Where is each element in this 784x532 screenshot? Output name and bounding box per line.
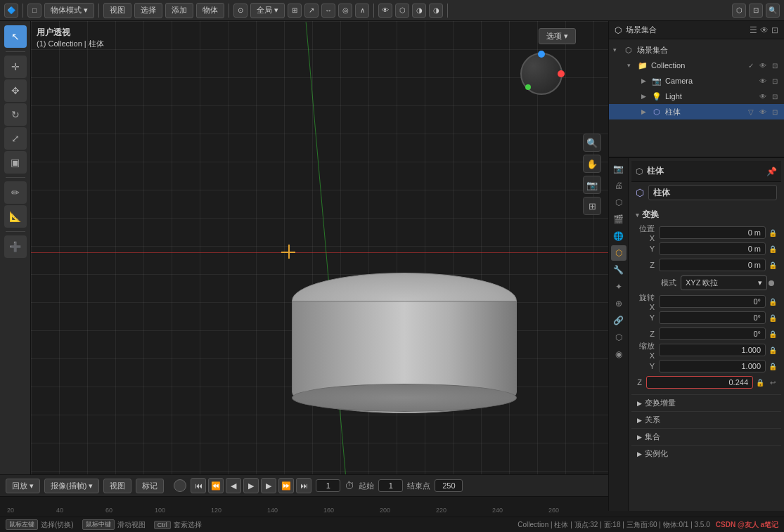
physics-icon[interactable]: ⊕	[611, 296, 626, 311]
output-props-icon[interactable]: 🖨	[611, 178, 626, 193]
next-frame-btn[interactable]: ▶	[261, 478, 276, 493]
rotation-x-field[interactable]	[659, 295, 766, 308]
view-type-btn[interactable]: 全局 ▾	[250, 3, 285, 18]
tree-item-camera[interactable]: ▶ 📷 Camera 👁 ⊡	[609, 73, 784, 89]
blender-logo-icon[interactable]: 🔷	[4, 4, 18, 18]
collection-check-icon[interactable]: ✓	[746, 60, 756, 70]
mode-dropdown[interactable]: XYZ 欧拉 ▾	[681, 275, 767, 290]
add-menu-btn[interactable]: 添加	[165, 3, 193, 18]
world-props-icon[interactable]: 🌐	[611, 228, 626, 244]
cursor-tool-btn[interactable]: ✛	[4, 56, 27, 78]
object-props-icon[interactable]: ⬡	[611, 245, 626, 261]
transform-section-header[interactable]: ▾ 变换	[631, 206, 781, 223]
outliner-view-icon[interactable]: 👁	[760, 25, 769, 35]
tool3-icon[interactable]: ∧	[355, 4, 369, 18]
light-eye-icon[interactable]: 👁	[758, 91, 768, 101]
snap-icon[interactable]: ⊞	[288, 4, 302, 18]
position-y-field[interactable]	[659, 242, 766, 255]
select-tool-btn[interactable]: ↖	[4, 25, 27, 48]
scale-z-lock-icon[interactable]: 🔒	[754, 377, 766, 388]
viewport-shade-icon[interactable]: ◑	[429, 4, 443, 18]
filter-icon[interactable]: ☰	[750, 25, 757, 35]
search-icon[interactable]: 🔍	[766, 4, 780, 18]
cylinder-eye-icon[interactable]: 👁	[758, 107, 768, 117]
current-frame-input[interactable]	[316, 479, 340, 492]
markers-btn[interactable]: 标记	[136, 479, 164, 493]
rotation-y-field[interactable]	[659, 311, 766, 324]
render-icon[interactable]: 👁	[378, 4, 392, 18]
object-name-field[interactable]	[648, 185, 777, 200]
delta-transform-section[interactable]: ▶ 变换增量	[631, 394, 781, 411]
transform-icon[interactable]: ↔	[321, 4, 335, 18]
jump-end-btn[interactable]: ⏭	[296, 478, 311, 493]
measure-tool-btn[interactable]: 📐	[4, 205, 27, 228]
outliner-hide-icon[interactable]: ⊡	[771, 25, 778, 35]
collection-section[interactable]: ▶ 集合	[631, 428, 781, 445]
move-tool-btn[interactable]: ✥	[4, 79, 27, 102]
grid-icon[interactable]: ⊞	[583, 197, 601, 215]
overlay-icon[interactable]: ⬡	[395, 4, 409, 18]
tree-item-light[interactable]: ▶ 💡 Light 👁 ⊡	[609, 89, 784, 104]
view-menu-btn[interactable]: 视图	[103, 3, 131, 18]
viewport[interactable]: 用户透视 (1) Collection | 柱体 选项 ▾ 🔍	[31, 21, 608, 511]
snap2-icon[interactable]: ↗	[304, 4, 319, 18]
select-menu-btn[interactable]: 选择	[134, 3, 162, 18]
pos-x-lock-icon[interactable]: 🔒	[767, 227, 778, 238]
scene-icon[interactable]: ⬡	[732, 4, 746, 18]
scale-z-field[interactable]	[646, 376, 753, 389]
cylinder-vert-icon[interactable]: ▽	[746, 107, 756, 117]
rot-z-lock-icon[interactable]: 🔒	[767, 328, 778, 339]
camera-sel-icon[interactable]: ⊡	[770, 76, 780, 86]
render-props-icon[interactable]: 📷	[611, 161, 626, 176]
scale-x-lock-icon[interactable]: 🔒	[767, 344, 778, 356]
scene-props-icon[interactable]: 🎬	[611, 212, 626, 227]
proportional-icon[interactable]: ⊙	[233, 4, 248, 18]
light-sel-icon[interactable]: ⊡	[770, 91, 780, 101]
material-icon[interactable]: ◉	[611, 346, 626, 362]
scale-x-field[interactable]	[659, 344, 766, 356]
tree-item-scene[interactable]: ▾ ⬡ 场景集合	[609, 42, 784, 58]
data-icon[interactable]: ⬡	[611, 330, 626, 345]
props-header-pin-icon[interactable]: 📌	[766, 167, 777, 176]
pos-y-lock-icon[interactable]: 🔒	[767, 243, 778, 254]
prev-keyframe-btn[interactable]: ⏪	[208, 478, 224, 493]
render-settings-icon[interactable]: ⊡	[749, 4, 763, 18]
jump-start-btn[interactable]: ⏮	[191, 478, 206, 493]
play-btn[interactable]: ▶	[243, 478, 259, 493]
tree-item-collection[interactable]: ▾ 📁 Collection ✓ 👁 ⊡	[609, 58, 784, 73]
particles-icon[interactable]: ✦	[611, 279, 626, 294]
start-frame-input[interactable]	[378, 479, 403, 492]
mode-dropdown-btn[interactable]: 物体模式 ▾	[44, 3, 94, 18]
scale-y-field[interactable]	[659, 360, 766, 372]
add-object-btn[interactable]: ➕	[4, 235, 27, 258]
rot-y-lock-icon[interactable]: 🔒	[767, 312, 778, 323]
keying-btn[interactable]: 报像(插帧) ▾	[44, 479, 99, 493]
prev-frame-btn[interactable]: ◀	[226, 478, 241, 493]
zoom-icon[interactable]: 🔍	[583, 134, 601, 152]
end-frame-input[interactable]	[435, 479, 463, 492]
select-options-btn[interactable]: 选项 ▾	[539, 28, 576, 44]
position-z-field[interactable]	[659, 259, 766, 271]
collection-eye-icon[interactable]: 👁	[758, 60, 768, 70]
scale-tool-btn[interactable]: ⤢	[4, 127, 27, 150]
view-layer-icon[interactable]: ⬡	[611, 195, 626, 210]
collection-select-icon[interactable]: ⊡	[770, 60, 780, 70]
object-menu-btn[interactable]: 物体	[196, 3, 224, 18]
scale-y-lock-icon[interactable]: 🔒	[767, 361, 778, 372]
mode-icon[interactable]: □	[27, 4, 41, 18]
camera-eye-icon[interactable]: 👁	[758, 76, 768, 86]
annotate-tool-btn[interactable]: ✏	[4, 181, 27, 204]
rot-x-lock-icon[interactable]: 🔒	[767, 296, 778, 307]
rotate-tool-btn[interactable]: ↻	[4, 103, 27, 126]
tree-item-cylinder[interactable]: ▶ ⬡ 柱体 ▽ 👁 ⊡	[609, 104, 784, 119]
playback-btn[interactable]: 回放 ▾	[6, 479, 40, 493]
view-btn[interactable]: 视图	[103, 479, 131, 493]
scale-z-extra-icon[interactable]: ↩	[767, 377, 778, 388]
pivot-icon[interactable]: ◎	[338, 4, 352, 18]
rotation-z-field[interactable]	[659, 327, 766, 340]
constraints-icon[interactable]: 🔗	[611, 313, 626, 328]
cylinder-sel-icon[interactable]: ⊡	[770, 107, 780, 117]
modifier-props-icon[interactable]: 🔧	[611, 262, 626, 278]
relations-section[interactable]: ▶ 关系	[631, 411, 781, 428]
shading-icon[interactable]: ◑	[412, 4, 426, 18]
